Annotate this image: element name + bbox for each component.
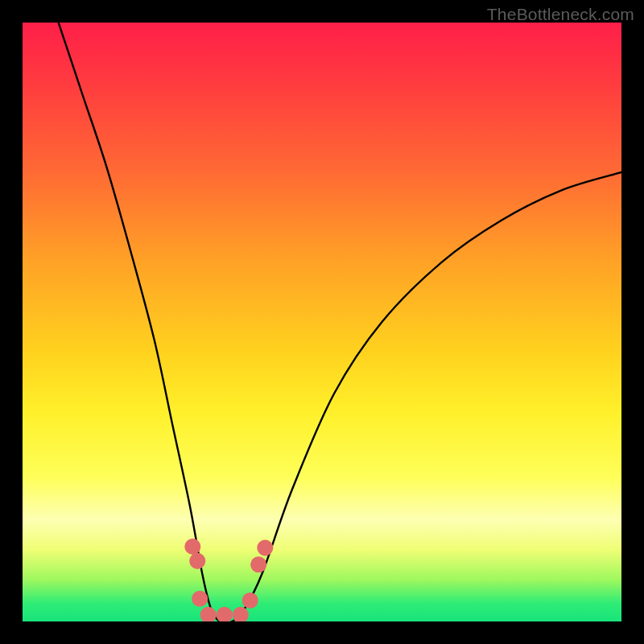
valley-dot xyxy=(184,539,200,555)
chart-frame: TheBottleneck.com xyxy=(0,0,644,644)
valley-dot xyxy=(189,553,205,569)
valley-dot xyxy=(233,607,249,621)
valley-dot xyxy=(217,607,233,621)
valley-dot xyxy=(192,591,208,607)
valley-dot xyxy=(257,539,273,555)
curve-layer xyxy=(23,23,621,621)
valley-dot xyxy=(200,607,217,621)
valley-dot xyxy=(242,592,258,609)
watermark-text: TheBottleneck.com xyxy=(487,5,634,24)
plot-area xyxy=(23,23,621,621)
bottleneck-curve xyxy=(59,23,621,621)
valley-dot xyxy=(250,556,266,572)
